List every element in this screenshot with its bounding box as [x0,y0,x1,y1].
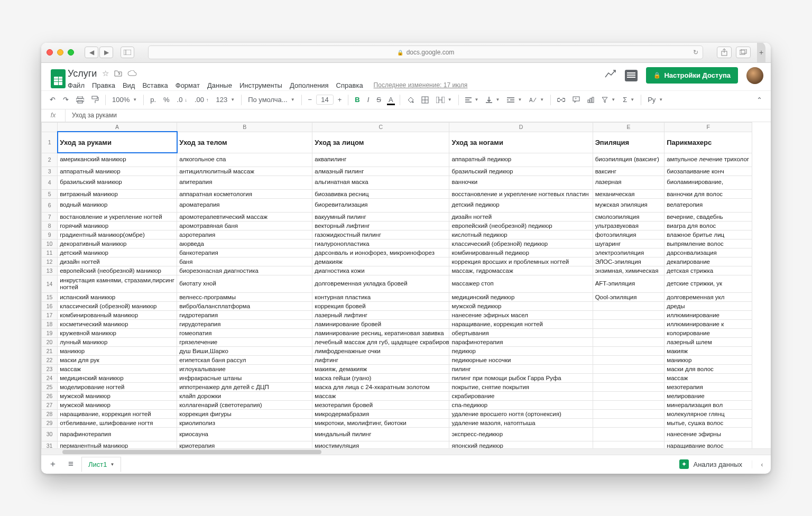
account-avatar[interactable] [746,67,763,84]
fill-color-button[interactable] [403,94,417,106]
cell[interactable]: биоламинирование, [665,176,752,189]
cell[interactable]: мелирование [665,391,752,400]
cell[interactable]: ванночки [449,176,593,189]
col-header-F[interactable]: F [665,122,752,132]
cell[interactable]: Уход за лицом [312,132,449,153]
menu-insert[interactable]: Вставка [142,81,168,89]
cell[interactable]: Уход за руками [58,132,177,153]
cell[interactable]: шугаринг [593,239,665,248]
cell[interactable]: дизайн ногтей [449,212,593,221]
fx-icon[interactable]: fx [41,109,66,122]
cell[interactable]: градиентный маникюр(омбре) [58,230,177,239]
cell[interactable]: AFT-эпиляция [593,275,665,292]
menu-file[interactable]: Файл [68,81,85,89]
cell[interactable]: миндальный пилинг [312,427,449,441]
cell[interactable]: векторный лифтинг [312,221,449,230]
cell[interactable]: ламинирование бровей [312,319,449,328]
cell[interactable]: японский педикюр [449,441,593,448]
cell[interactable]: маски для волос [665,364,752,373]
cell[interactable]: ламинирование ресниц, кератиновая завивк… [312,328,449,337]
cell[interactable]: инкрустация камнями, стразами,пирсинг но… [58,275,177,292]
cell[interactable]: массаж, гидромассаж [449,266,593,275]
wrap-button[interactable]: ▼ [504,95,525,105]
row-header[interactable]: 28 [42,409,58,418]
cell[interactable]: востановление и укрепление ногтей [58,212,177,221]
cell[interactable]: комбинированный педикюр [449,248,593,257]
cell[interactable] [593,337,665,346]
cell[interactable]: Уход за ногами [449,132,593,153]
format-percent-button[interactable]: % [160,94,173,106]
menu-data[interactable]: Данные [207,81,232,89]
share-button[interactable] [717,47,732,58]
cell[interactable]: ванночки для волос [665,189,752,198]
paint-format-button[interactable] [88,94,102,106]
cell[interactable]: колорирование [665,328,752,337]
row-header[interactable]: 7 [42,212,58,221]
cell[interactable]: педикюрные носочки [449,355,593,364]
cell[interactable]: медицинский педикюр [449,292,593,301]
cell[interactable]: аппаратный педикюр [449,153,593,167]
cell[interactable]: мытье, сушка волос [665,418,752,427]
cell[interactable]: покрытие, снятие покрытия [449,382,593,391]
cell[interactable]: банкотерапия [177,248,312,257]
cell[interactable]: биоэпиляция (ваксинг) [593,153,665,167]
cell[interactable]: ЭЛОС-эпиляция [593,257,665,266]
cell[interactable]: алкогольное спа [177,153,312,167]
cell[interactable]: иглоукалывание [177,364,312,373]
cell[interactable]: массажер стоп [449,275,593,292]
cell[interactable]: Уход за телом [177,132,312,153]
row-header[interactable]: 10 [42,239,58,248]
cell[interactable]: спа-педикюр [449,400,593,409]
cell[interactable]: ваксинг [593,167,665,176]
cell[interactable]: аюрведа [177,239,312,248]
cell[interactable]: мужской педикюр [449,301,593,310]
cell[interactable]: наращивание, коррекция ногтей [449,319,593,328]
cell[interactable]: косметический маникюр [58,319,177,328]
cell[interactable]: мужская эпиляция [593,198,665,212]
move-icon[interactable] [114,69,122,78]
row-header[interactable]: 1 [42,132,58,153]
add-sheet-button[interactable]: + [45,457,60,471]
cell[interactable]: гиалуронопластика [312,239,449,248]
cell[interactable]: миостимуляция [312,441,449,448]
cell[interactable]: испанский маникюр [58,292,177,301]
cell[interactable]: массаж [312,391,449,400]
cell[interactable]: газожидкостный пилинг [312,230,449,239]
cell[interactable]: мужской маникюр [58,400,177,409]
cell[interactable]: восстановление и укрепление ногтевых пла… [449,189,593,198]
cell[interactable]: лимфодренажные очки [312,346,449,355]
cell[interactable]: биотату хной [177,275,312,292]
maximize-icon[interactable] [68,49,74,56]
cell[interactable] [593,355,665,364]
cell[interactable]: лазерный лифтинг [312,310,449,319]
cell[interactable]: классический (обрезной) педикюр [449,239,593,248]
font-size-input[interactable]: 14 [316,95,333,105]
cell[interactable]: электроэпиляция [593,248,665,257]
cell[interactable]: душ Виши,Шарко [177,346,312,355]
activity-icon[interactable] [605,70,616,81]
cell[interactable]: декапирование [665,257,752,266]
cell[interactable]: велнесс-программы [177,292,312,301]
cell[interactable] [593,310,665,319]
collapse-side-button[interactable]: ‹ [752,460,767,468]
row-header[interactable]: 30 [42,427,58,441]
share-button[interactable]: 🔒 Настройки Доступа [646,67,738,84]
horizontal-scrollbar[interactable] [41,448,771,455]
comments-icon[interactable] [625,70,638,81]
cell[interactable]: макияж [665,346,752,355]
row-header[interactable]: 5 [42,189,58,198]
row-header[interactable]: 27 [42,400,58,409]
sheets-logo-icon[interactable] [49,67,68,90]
sheet-tab-1[interactable]: Лист1 ▼ [81,457,121,472]
cell[interactable]: лифтинг [312,355,449,364]
h-align-button[interactable]: ▼ [462,95,482,105]
all-sheets-button[interactable]: ≡ [63,457,78,471]
rotate-button[interactable]: A▼ [526,95,547,105]
row-header[interactable]: 8 [42,221,58,230]
explore-icon[interactable]: ✦ [679,459,689,469]
cell[interactable]: энзимная, химическая [593,266,665,275]
chart-button[interactable] [584,95,597,105]
last-edit-link[interactable]: Последнее изменение: 17 июля [374,81,468,89]
functions-button[interactable]: Σ▼ [620,94,638,106]
cell[interactable]: удаление мазоля, натоптыша [449,418,593,427]
